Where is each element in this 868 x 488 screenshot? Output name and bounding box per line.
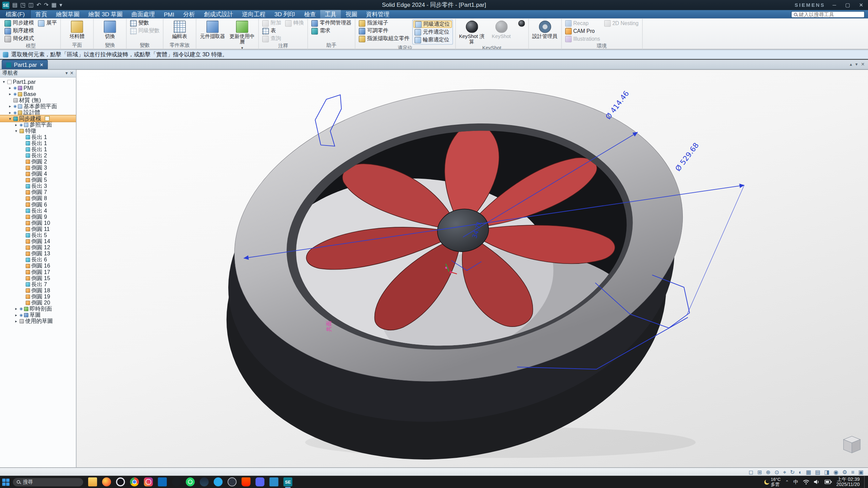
adjustable-part-button[interactable]: 可調零件 xyxy=(358,27,410,35)
interpart-manager-button[interactable]: 零件間管理器 xyxy=(310,20,352,27)
expander-icon[interactable]: ▾ xyxy=(8,116,12,121)
taskbar-obs-icon[interactable] xyxy=(228,477,236,486)
minimize-button[interactable]: ─ xyxy=(830,2,838,8)
profile-locate-button[interactable]: 輪廓適定位 xyxy=(413,36,452,43)
expander-icon[interactable]: ▸ xyxy=(14,122,18,127)
taskbar-github-icon[interactable] xyxy=(172,477,181,486)
tree-item-材質 (無)[interactable]: 材質 (無) xyxy=(0,97,76,103)
dimension-label-414[interactable]: Ø 414.46 xyxy=(604,89,631,121)
tree-item-倒圓 8[interactable]: 倒圓 8 xyxy=(0,195,76,201)
attachments-button[interactable]: 附加 xyxy=(261,20,282,27)
part-capture-button[interactable]: 元件擷取器 xyxy=(199,20,227,39)
dimension-label-529[interactable]: Ø 529.68 xyxy=(674,141,700,173)
battery-icon[interactable] xyxy=(825,480,832,484)
tree-item-使用的草圖[interactable]: ▸使用的草圖 xyxy=(0,318,76,324)
tab-逆向工程[interactable]: 逆向工程 xyxy=(237,10,270,19)
expander-icon[interactable]: ▸ xyxy=(8,85,12,90)
start-button-icon[interactable] xyxy=(2,478,9,485)
redo-icon[interactable]: ↷ xyxy=(44,1,49,9)
taskbar-outlook-icon[interactable] xyxy=(158,477,167,486)
wifi-icon[interactable] xyxy=(803,479,810,485)
requirements-button[interactable]: 需求 xyxy=(310,27,352,35)
tab-檢查[interactable]: 檢查 xyxy=(300,10,321,19)
update-active-links-button[interactable]: 更新使用中層▾ xyxy=(228,20,256,50)
tree-item-倒圓 16[interactable]: 倒圓 16 xyxy=(0,263,76,269)
taskbar-instagram-icon[interactable] xyxy=(144,477,153,486)
cam-pro-button[interactable]: CAM Pro xyxy=(564,27,601,35)
expander-icon[interactable]: ▾ xyxy=(2,79,6,84)
tree-item-倒圓 9[interactable]: 倒圓 9 xyxy=(0,214,76,220)
expander-icon[interactable]: ▸ xyxy=(8,92,12,96)
expander-icon[interactable]: ▸ xyxy=(8,110,12,115)
zoom-icon[interactable]: ⊕ xyxy=(766,468,771,476)
tree-item-草圖[interactable]: ▸◉草圖 xyxy=(0,312,76,318)
settings-icon[interactable]: ⚙ xyxy=(842,468,847,476)
tree-item-倒圓 6[interactable]: 倒圓 6 xyxy=(0,201,76,208)
tree-item-倒圓 10[interactable]: 倒圓 10 xyxy=(0,220,76,226)
tree-item-參照平面[interactable]: ▸◉參照平面 xyxy=(0,122,76,128)
tree-item-長出 2[interactable]: 長出 2 xyxy=(0,152,76,158)
inquire-button[interactable]: 查詢 xyxy=(261,35,282,42)
document-tab[interactable]: Part1.par ✕ xyxy=(2,60,48,69)
tree-item-長出 1[interactable]: 長出 1 xyxy=(0,146,76,152)
layers-icon[interactable]: ≡ xyxy=(851,468,854,476)
command-search-input[interactable] xyxy=(799,12,862,17)
weather-widget[interactable]: 16°C 多雲 xyxy=(764,477,780,487)
tree-item-倒圓 4[interactable]: 倒圓 4 xyxy=(0,171,76,177)
new-document-icon[interactable]: ▤ xyxy=(12,1,18,9)
relationship-annotation[interactable]: 共面 xyxy=(326,320,332,332)
tree-item-倒圓 20[interactable]: 倒圓 20 xyxy=(0,299,76,306)
taskbar-steam-icon[interactable] xyxy=(200,477,209,486)
command-search[interactable] xyxy=(791,11,865,18)
tray-overflow-icon[interactable]: ⌃ xyxy=(785,480,789,485)
tree-item-設計體[interactable]: ▸◉設計體 xyxy=(0,109,76,115)
tree-item-長出 3[interactable]: 長出 3 xyxy=(0,183,76,189)
variables-button[interactable]: 變數 xyxy=(129,20,161,27)
transform-toggle-button[interactable]: 切換 xyxy=(96,20,124,39)
tree-item-Base[interactable]: ▸◉Base xyxy=(0,91,76,97)
view-cube[interactable] xyxy=(844,436,860,453)
section-view-icon[interactable]: ◨ xyxy=(824,468,830,476)
visibility-eye-icon[interactable]: ◉ xyxy=(13,85,17,91)
tab-首頁[interactable]: 首頁 xyxy=(31,10,52,19)
tree-item-倒圓 3[interactable]: 倒圓 3 xyxy=(0,164,76,171)
tab-視圖[interactable]: 視圖 xyxy=(341,10,362,19)
taskbar-discord-icon[interactable] xyxy=(255,477,264,486)
keyshot-viewer-button[interactable] xyxy=(517,20,526,27)
tree-item-倒圓 13[interactable]: 倒圓 13 xyxy=(0,250,76,256)
ordered-model-button[interactable]: 順序建模 xyxy=(3,27,35,35)
tree-item-長出 7[interactable]: 長出 7 xyxy=(0,281,76,287)
tree-item-特徵[interactable]: ▾特徵 xyxy=(0,128,76,134)
flatten-button[interactable]: 展平 xyxy=(37,20,58,27)
save-icon[interactable]: ◫ xyxy=(28,1,34,9)
zoom-area-icon[interactable]: ⊞ xyxy=(757,468,762,476)
tree-item-倒圓 17[interactable]: 倒圓 17 xyxy=(0,269,76,275)
tree-item-同步建模[interactable]: ▾同步建模 xyxy=(0,115,76,121)
view-styles-icon[interactable]: ▦ xyxy=(806,468,811,476)
taskbar-explorer-icon[interactable] xyxy=(88,477,97,486)
tree-item-倒圓 15[interactable]: 倒圓 15 xyxy=(0,275,76,281)
open-icon[interactable]: ◳ xyxy=(20,1,26,9)
tab-工具[interactable]: 工具 xyxy=(320,10,341,19)
keyshot-button[interactable]: KeyShot xyxy=(487,20,515,39)
nesting-2d-button[interactable]: 2D Nesting xyxy=(603,20,640,27)
expander-icon[interactable]: ▸ xyxy=(14,307,18,311)
tab-繪製草圖[interactable]: 繪製草圖 xyxy=(52,10,84,19)
tree-item-倒圓 7[interactable]: 倒圓 7 xyxy=(0,189,76,195)
synchronous-model-button[interactable]: 同步建模 xyxy=(3,20,35,27)
component-locate-button[interactable]: 元件適定位 xyxy=(413,28,452,36)
design-manager-button[interactable]: 設計管理員 xyxy=(531,20,559,39)
tab-繪製 3D 草圖[interactable]: 繪製 3D 草圖 xyxy=(84,10,127,19)
tree-item-長出 5[interactable]: 長出 5 xyxy=(0,232,76,238)
visibility-eye-icon[interactable]: ◉ xyxy=(20,122,23,128)
scroll-tabs-down-icon[interactable]: ▾ xyxy=(855,62,858,67)
tab-file[interactable]: 檔案(F) xyxy=(0,10,31,19)
simplify-model-button[interactable]: 簡化模式 xyxy=(3,35,35,42)
taskbar-vscode-icon[interactable] xyxy=(269,477,278,486)
tree-item-倒圓 2[interactable]: 倒圓 2 xyxy=(0,158,76,164)
tree-item-倒圓 14[interactable]: 倒圓 14 xyxy=(0,238,76,244)
tree-item-基本參照平面[interactable]: ▸◉基本參照平面 xyxy=(0,103,76,109)
tree-item-倒圓 18[interactable]: 倒圓 18 xyxy=(0,287,76,293)
visibility-eye-icon[interactable]: ◉ xyxy=(13,91,17,97)
tree-item-長出 6[interactable]: 長出 6 xyxy=(0,257,76,263)
